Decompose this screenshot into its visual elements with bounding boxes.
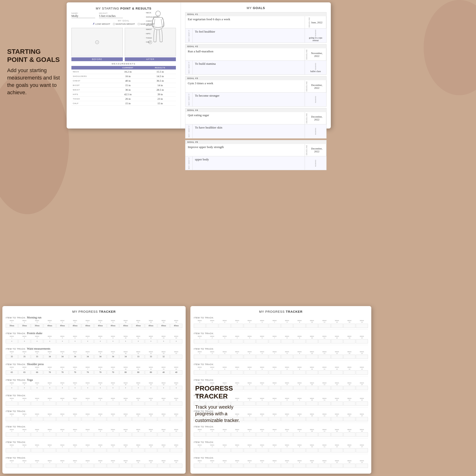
week-header-8: WEEK8 [94,398,106,401]
goals-title: MY GOALS [185,6,326,10]
week-header-r4-4: WEEK4 [231,367,243,370]
week-value-14: + [170,386,182,390]
track-value-2: Protein shake [27,332,42,335]
week-header-12: WEEK12 [145,460,157,463]
week-values-3: 35353534343434343434333332 [6,355,182,359]
measurement-label: SHOULDERS [71,74,111,79]
week-header-2: WEEK2 [18,429,31,432]
week-header-9: WEEK9 [107,382,119,386]
week-headers-right-4: WEEK1WEEK2WEEK3WEEK4WEEK5WEEK6WEEK7WEEK8… [194,367,368,370]
week-header-r2-3: WEEK3 [219,336,231,339]
week-headers-right-8: WEEK1WEEK2WEEK3WEEK4WEEK5WEEK6WEEK7WEEK8… [194,429,368,432]
measurement-row: THIGH 26 in 23 in [71,97,176,101]
goal-why-text-1: To feel healthier [192,29,305,43]
week-header-13: WEEK13 [157,460,170,463]
week-header-9: WEEK9 [107,444,119,448]
week-header-10: WEEK10 [119,460,132,463]
week-header-8: WEEK8 [94,429,106,432]
goal-why-text-2: To build stamina [192,61,305,74]
week-header-r2-12: WEEK12 [331,336,343,339]
week-header-r1-13: WEEK13 [343,320,355,323]
week-header-r5-7: WEEK7 [269,382,281,386]
tracker-item-left-6: ITEM TO TRACK: WEEK1WEEK2WEEK3WEEK4WEEK5… [6,394,182,407]
week-headers-8: WEEK1WEEK2WEEK3WEEK4WEEK5WEEK6WEEK7WEEK8… [6,429,182,432]
tracker-label-right-5: ITEM TO TRACK: [194,378,368,382]
week-value-r3-13 [343,355,355,359]
week-header-7: WEEK7 [82,413,94,417]
week-values-10 [6,464,182,468]
week-value-10 [119,464,132,468]
week-header-3: WEEK3 [31,398,43,401]
week-value-11: 40mn [132,324,144,328]
week-header-r3-9: WEEK9 [293,351,305,354]
week-header-14: WEEK14 [170,398,182,401]
week-value-r2-3 [219,339,231,343]
name-label: NAME: [71,12,95,14]
week-value-r1-12 [331,324,343,328]
week-value-r1-1 [194,324,206,328]
week-value-14 [170,432,182,437]
goal-header-1: GOAL #1 [186,12,326,16]
measurement-results: 39 in [144,92,176,97]
sidebar-heading-bottom: PROGRESS TRACKER [195,384,248,400]
week-header-5: WEEK5 [56,398,68,401]
week-header-r7-9: WEEK9 [293,413,305,417]
week-header-r7-7: WEEK7 [269,413,281,417]
measurement-results: 15.5 in [144,69,176,74]
measurement-label: CHEST [71,79,111,83]
measurement-current: 36 in [111,87,144,92]
progress-title-left: MY PROGRESS TRACKER [6,310,182,313]
goal-why-row-5: WHY I WANT IT upper body REWARD [186,156,326,170]
why-label-2: WHY I WANT IT [188,62,190,73]
week-header-6: WEEK6 [69,367,81,370]
week-header-r5-6: WEEK6 [256,382,268,386]
week-value-r2-10 [306,339,318,343]
week-header-r9-5: WEEK5 [244,444,255,448]
week-value-9 [107,432,119,437]
tracker-item-left-1: ITEM TO TRACK: Morning run WEEK1WEEK2WEE… [6,316,182,329]
week-value-14 [170,402,182,406]
track-value-1: Morning run [27,316,41,319]
week-header-r4-2: WEEK2 [206,367,218,370]
goal-item-2: GOAL #2 Run a half-marathon DEADLINE Nov… [185,44,326,75]
week-header-r5-14: WEEK14 [356,382,368,386]
week-value-4 [44,448,56,452]
week-header-7: WEEK7 [82,382,94,386]
week-header-8: WEEK8 [94,382,106,386]
week-value-6 [69,464,81,468]
week-value-r3-12 [331,355,343,359]
week-value-1 [6,432,18,437]
week-value-11: + [132,386,144,390]
week-value-r5-14 [356,386,368,390]
week-value-6 [69,432,81,437]
week-header-11: WEEK11 [132,351,144,354]
week-value-8 [94,464,106,468]
week-value-11 [132,417,144,421]
week-values-right-1 [194,324,368,328]
tracker-item-right-9: ITEM TO TRACK: WEEK1WEEK2WEEK3WEEK4WEEK5… [194,440,368,454]
week-value-r1-6 [256,324,268,328]
goal-main-row-1: Eat vegetarian food 6 days a week DEADLI… [186,16,326,28]
week-value-12 [145,417,157,421]
week-header-r1-3: WEEK3 [219,320,231,323]
week-header-4: WEEK4 [44,413,56,417]
week-value-4: 40mn [44,324,56,328]
why-label-5: WHY I WANT IT [188,157,190,169]
week-header-r2-7: WEEK7 [269,336,281,339]
tracker-label-2: ITEM TO TRACK: Protein shake [6,332,182,335]
week-value-r8-10 [306,432,318,437]
week-value-r7-14 [356,417,368,421]
week-value-r3-14 [356,355,368,359]
week-values-8 [6,432,182,437]
week-value-r4-7 [269,370,281,374]
after-label: AFTER [125,57,176,61]
week-header-r10-2: WEEK2 [206,460,218,463]
week-value-7 [82,402,94,406]
week-header-r3-2: WEEK2 [206,351,218,354]
week-value-r10-4 [231,464,243,468]
measurement-label: BICEP [71,83,111,87]
week-value-r3-5 [244,355,255,359]
tracker-item-left-3: ITEM TO TRACK: Waist measurements WEEK1W… [6,347,182,360]
week-value-9: 34 [107,355,119,359]
goal-option-lose: ✗ LOSE WEIGHT [93,22,110,25]
